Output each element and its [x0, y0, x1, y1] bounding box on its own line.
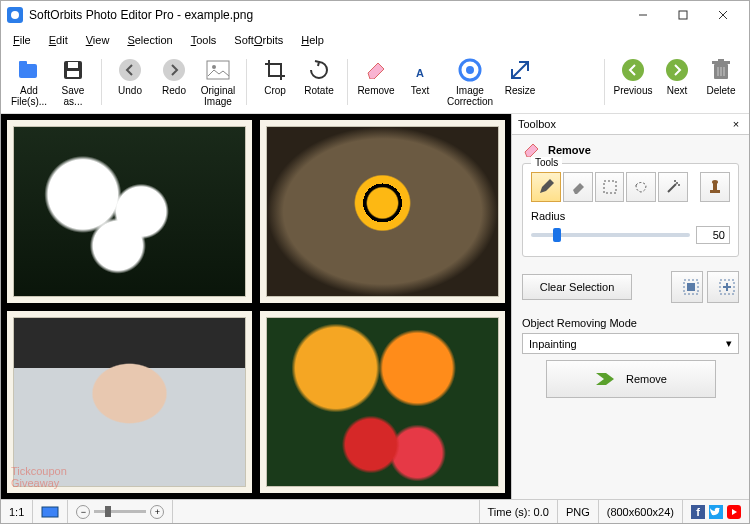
menu-help[interactable]: Help: [293, 31, 332, 49]
add-files-icon: [16, 57, 42, 83]
previous-icon: [620, 57, 646, 83]
svg-point-17: [466, 66, 474, 74]
zoom-in-button[interactable]: +: [150, 505, 164, 519]
svg-rect-22: [718, 59, 724, 62]
svg-rect-3: [679, 11, 687, 19]
tool-eraser[interactable]: [563, 172, 593, 202]
photo-tile: [7, 120, 252, 303]
photo-tile: [260, 311, 505, 494]
status-time: Time (s): 0.0: [480, 500, 558, 523]
zoom-slider[interactable]: [94, 510, 146, 513]
delete-button[interactable]: Delete: [699, 55, 743, 98]
menu-softorbits[interactable]: SoftOrbits: [226, 31, 291, 49]
zoom-control: − +: [68, 500, 173, 523]
resize-icon: [507, 57, 533, 83]
image-canvas[interactable]: TickcouponGiveaway: [1, 114, 511, 499]
add-files-button[interactable]: Add File(s)...: [7, 55, 51, 109]
save-selection-button[interactable]: [671, 271, 703, 303]
svg-point-18: [622, 59, 644, 81]
menu-selection[interactable]: Selection: [119, 31, 180, 49]
next-icon: [664, 57, 690, 83]
menubar: File Edit View Selection Tools SoftOrbit…: [1, 29, 749, 51]
radius-slider[interactable]: [531, 233, 690, 237]
text-icon: A: [407, 57, 433, 83]
twitter-icon[interactable]: [709, 505, 723, 519]
tool-marquee[interactable]: [595, 172, 625, 202]
status-format: PNG: [558, 500, 599, 523]
svg-rect-10: [68, 62, 78, 68]
original-image-button[interactable]: Original Image: [196, 55, 240, 109]
eraser-icon: [363, 57, 389, 83]
app-icon: [7, 7, 23, 23]
photo-tile: [260, 120, 505, 303]
svg-rect-9: [67, 71, 79, 77]
tool-lasso[interactable]: [626, 172, 656, 202]
main-toolbar: Add File(s)... Save as... Undo Redo Orig…: [1, 51, 749, 114]
undo-button[interactable]: Undo: [108, 55, 152, 98]
svg-rect-6: [19, 64, 37, 78]
svg-point-19: [666, 59, 688, 81]
image-correction-button[interactable]: Image Correction: [442, 55, 498, 109]
youtube-icon[interactable]: [727, 505, 741, 519]
redo-icon: [161, 57, 187, 83]
chevron-down-icon: ▾: [726, 337, 732, 350]
text-button[interactable]: A Text: [398, 55, 442, 98]
tools-group: Tools Radius 50: [522, 163, 739, 257]
minimize-button[interactable]: [623, 1, 663, 29]
tool-magic-wand[interactable]: [658, 172, 688, 202]
svg-text:A: A: [416, 67, 424, 79]
svg-rect-36: [42, 507, 58, 517]
menu-file[interactable]: File: [5, 31, 39, 49]
svg-rect-26: [604, 181, 616, 193]
menu-view[interactable]: View: [78, 31, 118, 49]
remove-button[interactable]: Remove: [354, 55, 398, 98]
zoom-ratio: 1:1: [1, 500, 33, 523]
tool-stamp[interactable]: [700, 172, 730, 202]
toolbox-section-title: Remove: [522, 143, 739, 157]
mode-select[interactable]: Inpainting ▾: [522, 333, 739, 354]
menu-tools[interactable]: Tools: [183, 31, 225, 49]
original-image-icon: [205, 57, 231, 83]
rotate-icon: [306, 57, 332, 83]
zoom-out-button[interactable]: −: [76, 505, 90, 519]
radius-label: Radius: [531, 210, 730, 222]
svg-rect-13: [207, 61, 229, 79]
status-dimensions: (800x600x24): [599, 500, 683, 523]
svg-point-28: [678, 184, 680, 186]
svg-text:f: f: [696, 506, 700, 518]
social-links: f: [683, 500, 749, 523]
svg-rect-30: [710, 190, 720, 193]
eraser-icon: [522, 143, 542, 157]
trash-icon: [708, 57, 734, 83]
svg-point-29: [674, 180, 676, 182]
previous-button[interactable]: Previous: [611, 55, 655, 98]
svg-rect-31: [713, 183, 717, 190]
status-bar: 1:1 − + Time (s): 0.0 PNG (800x600x24) f: [1, 499, 749, 523]
save-as-button[interactable]: Save as...: [51, 55, 95, 109]
crop-button[interactable]: Crop: [253, 55, 297, 98]
maximize-button[interactable]: [663, 1, 703, 29]
window-title: SoftOrbits Photo Editor Pro - example.pn…: [29, 8, 623, 22]
close-button[interactable]: [703, 1, 743, 29]
resize-button[interactable]: Resize: [498, 55, 542, 98]
redo-button[interactable]: Redo: [152, 55, 196, 98]
facebook-icon[interactable]: f: [691, 505, 705, 519]
mode-label: Object Removing Mode: [522, 317, 739, 329]
svg-point-1: [11, 11, 19, 19]
toolbox-panel: Toolbox × Remove Tools Radius: [511, 114, 749, 499]
svg-point-32: [712, 180, 718, 184]
next-button[interactable]: Next: [655, 55, 699, 98]
arrow-right-icon: [594, 371, 616, 387]
clear-selection-button[interactable]: Clear Selection: [522, 274, 632, 300]
tool-pencil[interactable]: [531, 172, 561, 202]
svg-point-27: [676, 182, 678, 184]
content-area: TickcouponGiveaway Toolbox × Remove Tool…: [1, 114, 749, 499]
rotate-button[interactable]: Rotate: [297, 55, 341, 98]
menu-edit[interactable]: Edit: [41, 31, 76, 49]
toolbox-close-button[interactable]: ×: [729, 118, 743, 130]
svg-point-14: [212, 65, 216, 69]
remove-action-button[interactable]: Remove: [546, 360, 716, 398]
radius-value[interactable]: 50: [696, 226, 730, 244]
fit-button[interactable]: [33, 500, 68, 523]
load-selection-button[interactable]: [707, 271, 739, 303]
